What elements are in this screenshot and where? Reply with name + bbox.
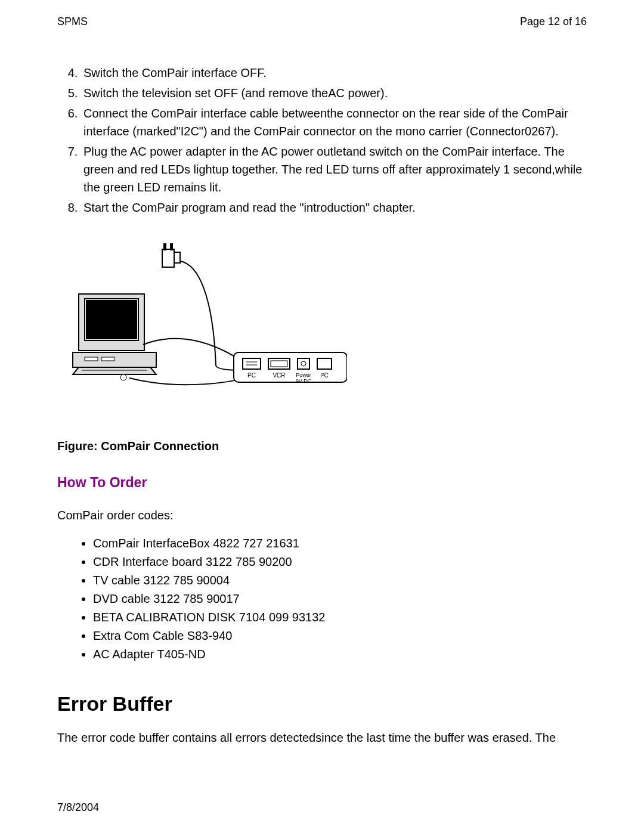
procedure-step: Plug the AC power adapter in the AC powe… (81, 143, 587, 196)
procedure-step: Switch the television set OFF (and remov… (81, 84, 587, 102)
port-label-volts: 9V DC (296, 378, 312, 384)
order-code-item: DVD cable 3122 785 90017 (93, 590, 587, 608)
order-code-item: CDR Interface board 3122 785 90200 (93, 553, 587, 571)
port-label-pc: PC (247, 372, 256, 379)
procedure-step: Connect the ComPair interface cable betw… (81, 104, 587, 140)
figure-caption: Figure: ComPair Connection (57, 439, 587, 453)
document-page: SPMS Page 12 of 16 Switch the ComPair in… (0, 0, 644, 833)
order-code-item: BETA CALIBRATION DISK 7104 099 93132 (93, 608, 587, 627)
procedure-list: Switch the ComPair interface OFF.Switch … (57, 64, 587, 216)
svg-rect-11 (170, 243, 173, 250)
svg-rect-4 (85, 357, 98, 361)
page-header: SPMS Page 12 of 16 (57, 16, 587, 28)
svg-rect-9 (162, 249, 174, 267)
figure-compair-connection: PC VCR Power 9V DC I²C (61, 240, 587, 410)
header-left: SPMS (57, 16, 88, 28)
error-buffer-body: The error code buffer contains all error… (57, 731, 587, 745)
order-code-item: ComPair InterfaceBox 4822 727 21631 (93, 534, 587, 553)
svg-rect-12 (174, 252, 180, 263)
port-label-vcr: VCR (273, 372, 285, 379)
svg-marker-6 (73, 367, 156, 374)
port-label-power: Power (296, 372, 311, 378)
svg-rect-2 (86, 300, 137, 339)
how-to-order-intro: ComPair order codes: (57, 509, 587, 522)
header-right: Page 12 of 16 (520, 16, 587, 28)
order-code-item: Extra Com Cable S83-940 (93, 627, 587, 645)
order-code-item: AC Adapter T405-ND (93, 645, 587, 664)
order-code-item: TV cable 3122 785 90004 (93, 571, 587, 590)
port-label-i2c: I²C (320, 372, 328, 379)
svg-rect-10 (163, 243, 166, 250)
svg-rect-14 (243, 358, 261, 369)
section-heading-how-to-order: How To Order (57, 475, 587, 491)
diagram-svg: PC VCR Power 9V DC I²C (61, 240, 347, 407)
footer-date: 7/8/2004 (57, 801, 99, 814)
svg-point-20 (301, 361, 306, 366)
order-code-list: ComPair InterfaceBox 4822 727 21631CDR I… (57, 534, 587, 664)
procedure-step: Switch the ComPair interface OFF. (81, 64, 587, 82)
svg-point-8 (120, 374, 126, 380)
procedure-step: Start the ComPair program and read the "… (81, 199, 587, 216)
section-heading-error-buffer: Error Buffer (57, 692, 587, 716)
svg-rect-5 (101, 357, 114, 361)
svg-rect-21 (317, 358, 332, 369)
svg-rect-17 (268, 358, 290, 369)
